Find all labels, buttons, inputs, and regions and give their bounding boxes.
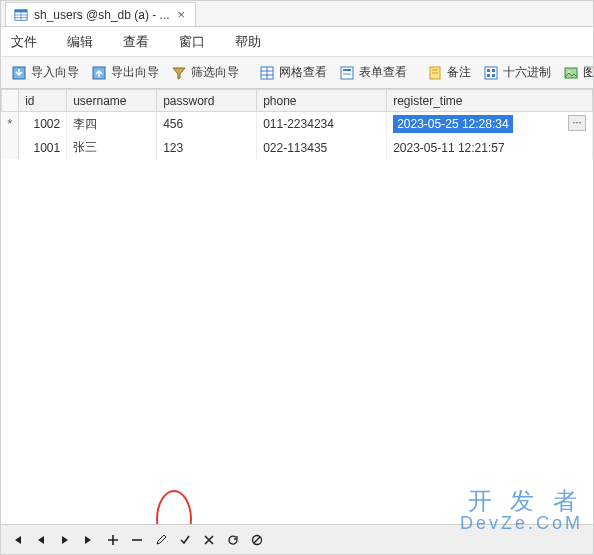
svg-rect-21 [492, 74, 495, 77]
svg-rect-17 [485, 67, 497, 79]
col-password[interactable]: password [157, 90, 257, 112]
cell-register-time[interactable]: 2023-05-11 12:21:57 [387, 136, 593, 159]
tab-title: sh_users @sh_db (a) - ... [34, 8, 170, 22]
row-marker: * [2, 112, 19, 137]
add-record-button[interactable] [105, 532, 121, 548]
image-button[interactable]: 图像 [557, 61, 593, 84]
prev-record-button[interactable] [33, 532, 49, 548]
table-row[interactable]: 1001张三123022-1134352023-05-11 12:21:57 [2, 136, 593, 159]
svg-rect-12 [343, 69, 351, 71]
form-icon [339, 65, 355, 81]
col-id[interactable]: id [19, 90, 67, 112]
next-record-button[interactable] [57, 532, 73, 548]
apply-button[interactable] [177, 532, 193, 548]
export-wizard-button[interactable]: 导出向导 [85, 61, 165, 84]
svg-rect-22 [565, 68, 577, 78]
menu-edit[interactable]: 编辑 [61, 29, 99, 55]
data-grid-area: id username password phone register_time… [1, 89, 593, 524]
cell-password[interactable]: 456 [157, 112, 257, 137]
svg-rect-18 [487, 69, 490, 72]
grid-view-button[interactable]: 网格查看 [253, 61, 333, 84]
svg-line-25 [254, 537, 260, 543]
import-icon [11, 65, 27, 81]
form-view-label: 表单查看 [359, 64, 407, 81]
stop-button[interactable] [249, 532, 265, 548]
form-view-button[interactable]: 表单查看 [333, 61, 413, 84]
data-grid[interactable]: id username password phone register_time… [1, 89, 593, 159]
table-icon [14, 8, 28, 22]
cell-phone[interactable]: 022-113435 [257, 136, 387, 159]
svg-rect-20 [487, 74, 490, 77]
toolbar: 导入向导 导出向导 筛选向导 网格查看 表单查看 备注 十六进制 图像 [1, 57, 593, 89]
record-nav-bar [1, 524, 593, 554]
cancel-button[interactable] [201, 532, 217, 548]
last-record-button[interactable] [81, 532, 97, 548]
memo-button[interactable]: 备注 [421, 61, 477, 84]
edit-record-button[interactable] [153, 532, 169, 548]
row-marker-header[interactable] [2, 90, 19, 112]
menu-bar: 文件 编辑 查看 窗口 帮助 [1, 27, 593, 57]
tab-close-button[interactable]: × [176, 7, 188, 22]
menu-file[interactable]: 文件 [5, 29, 43, 55]
menu-window[interactable]: 窗口 [173, 29, 211, 55]
selected-cell-value[interactable]: 2023-05-25 12:28:34 [393, 115, 512, 133]
cell-id[interactable]: 1002 [19, 112, 67, 137]
cell-password[interactable]: 123 [157, 136, 257, 159]
delete-record-button[interactable] [129, 532, 145, 548]
filter-wizard-label: 筛选向导 [191, 64, 239, 81]
filter-wizard-button[interactable]: 筛选向导 [165, 61, 245, 84]
table-row[interactable]: *1002李四456011-22342342023-05-25 12:28:34… [2, 112, 593, 137]
filter-icon [171, 65, 187, 81]
cell-username[interactable]: 李四 [67, 112, 157, 137]
col-register-time[interactable]: register_time [387, 90, 593, 112]
tab-bar: sh_users @sh_db (a) - ... × [1, 1, 593, 27]
import-wizard-label: 导入向导 [31, 64, 79, 81]
hex-label: 十六进制 [503, 64, 551, 81]
export-icon [91, 65, 107, 81]
row-marker [2, 136, 19, 159]
image-label: 图像 [583, 64, 593, 81]
header-row: id username password phone register_time [2, 90, 593, 112]
grid-icon [259, 65, 275, 81]
svg-rect-13 [343, 73, 351, 75]
memo-icon [427, 65, 443, 81]
hex-icon [483, 65, 499, 81]
col-phone[interactable]: phone [257, 90, 387, 112]
svg-rect-19 [492, 69, 495, 72]
active-tab[interactable]: sh_users @sh_db (a) - ... × [5, 2, 196, 26]
cell-id[interactable]: 1001 [19, 136, 67, 159]
import-wizard-button[interactable]: 导入向导 [5, 61, 85, 84]
menu-view[interactable]: 查看 [117, 29, 155, 55]
cell-register-time[interactable]: 2023-05-25 12:28:34··· [387, 112, 593, 137]
image-icon [563, 65, 579, 81]
export-wizard-label: 导出向导 [111, 64, 159, 81]
cell-username[interactable]: 张三 [67, 136, 157, 159]
hex-button[interactable]: 十六进制 [477, 61, 557, 84]
first-record-button[interactable] [9, 532, 25, 548]
svg-rect-1 [15, 9, 27, 12]
grid-view-label: 网格查看 [279, 64, 327, 81]
menu-help[interactable]: 帮助 [229, 29, 267, 55]
cell-ellipsis-button[interactable]: ··· [568, 115, 586, 131]
refresh-button[interactable] [225, 532, 241, 548]
cell-phone[interactable]: 011-2234234 [257, 112, 387, 137]
memo-label: 备注 [447, 64, 471, 81]
col-username[interactable]: username [67, 90, 157, 112]
